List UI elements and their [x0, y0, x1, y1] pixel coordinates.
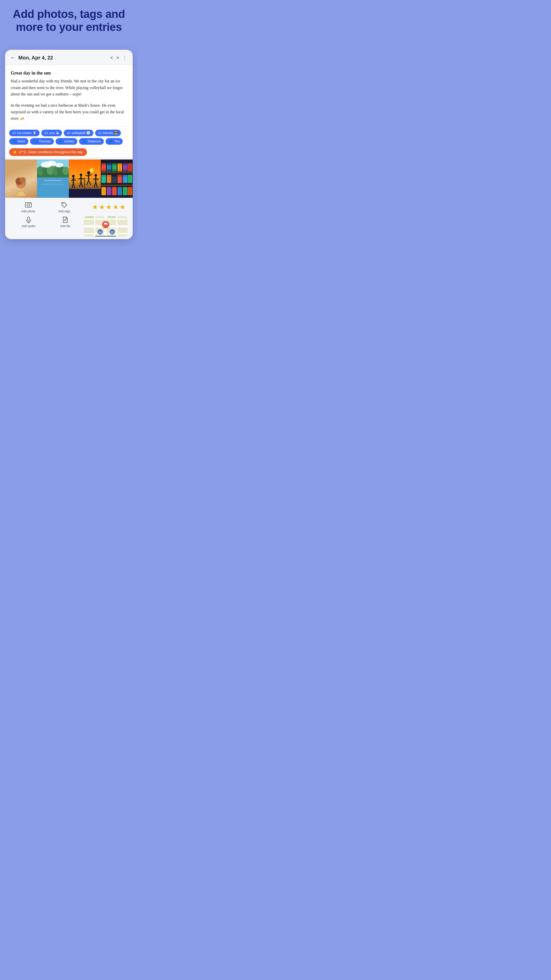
- more-button[interactable]: ⋮: [122, 55, 127, 61]
- tag-icecream[interactable]: 🏷 ice cream 🍦: [9, 130, 40, 136]
- star-5[interactable]: ★: [120, 203, 125, 211]
- tag-label: Thomas: [39, 139, 51, 143]
- tag-icon: 🏷: [12, 131, 16, 135]
- svg-rect-56: [102, 169, 106, 172]
- headline-text: Add photos, tags and more to your entrie…: [13, 8, 125, 33]
- svg-marker-3: [17, 187, 25, 196]
- svg-point-2: [20, 177, 26, 183]
- entry-card: ← Mon, Apr 4, 22 < > ⋮ Great day in the …: [5, 50, 133, 239]
- svg-rect-55: [102, 163, 106, 165]
- svg-point-21: [56, 163, 64, 167]
- star-4[interactable]: ★: [113, 203, 119, 211]
- tag-sun[interactable]: 🏷 sun 🌤: [41, 130, 62, 136]
- tag-friends[interactable]: 🏷 friends 😎: [95, 130, 121, 136]
- tag-rebecca[interactable]: 👤 Rebecca: [79, 138, 104, 145]
- headline-line2: more to your entries: [16, 21, 122, 33]
- photo-1[interactable]: [5, 159, 37, 198]
- tag-icon: 🏷: [44, 131, 48, 135]
- svg-rect-112: [95, 236, 117, 237]
- svg-rect-83: [112, 187, 117, 195]
- add-file-button[interactable]: Add file: [47, 216, 84, 228]
- tag-label: Tim: [114, 139, 120, 143]
- photo-2[interactable]: [37, 159, 69, 198]
- tag-label: Rebecca: [88, 139, 101, 143]
- tag-label: Mark: [18, 139, 25, 143]
- svg-rect-53: [101, 185, 133, 186]
- entry-title: Great day in the sun: [11, 70, 127, 76]
- svg-rect-80: [128, 175, 132, 183]
- person-icon: 👤: [109, 139, 113, 143]
- card-header: ← Mon, Apr 4, 22 < > ⋮: [5, 50, 133, 65]
- entry-paragraph1: Had a wonderful day with my friends. We …: [11, 78, 127, 97]
- svg-rect-103: [86, 216, 94, 218]
- svg-point-16: [62, 167, 69, 175]
- tags-row: 🏷 ice cream 🍦 🏷 sun 🌤 🏷 volleyball 🏐 🏷 f…: [9, 127, 129, 147]
- svg-rect-85: [123, 187, 127, 195]
- svg-point-88: [27, 204, 30, 206]
- weather-bar: ☀️ 27°C, Clear conditions throughout the…: [9, 148, 87, 156]
- svg-rect-104: [107, 216, 116, 218]
- weather-text: 27°C, Clear conditions throughout the da…: [19, 150, 83, 154]
- svg-point-50: [90, 168, 94, 172]
- add-photo-label: Add photo: [21, 210, 35, 213]
- svg-rect-79: [123, 175, 127, 177]
- tag-tim[interactable]: 👤 Tim: [106, 138, 123, 145]
- svg-rect-18: [41, 184, 65, 185]
- prev-button[interactable]: <: [110, 55, 113, 61]
- svg-rect-86: [128, 187, 132, 195]
- svg-rect-82: [107, 187, 111, 195]
- person-icon: 👤: [12, 139, 17, 143]
- svg-rect-17: [44, 180, 62, 181]
- svg-rect-77: [118, 175, 122, 177]
- tag-volleyball[interactable]: 🏷 volleyball 🏐: [64, 130, 94, 136]
- svg-rect-24: [84, 177, 85, 190]
- tag-label: sun 🌤: [49, 131, 59, 135]
- svg-rect-68: [123, 169, 127, 172]
- person-icon: 👤: [59, 139, 63, 143]
- svg-point-32: [80, 173, 83, 176]
- svg-rect-73: [107, 175, 111, 177]
- next-button[interactable]: >: [116, 55, 119, 61]
- svg-rect-52: [101, 172, 133, 173]
- svg-point-20: [47, 161, 56, 166]
- add-tags-label: Add tags: [58, 210, 70, 213]
- tag-icon: 🏷: [67, 131, 70, 135]
- add-tags-button[interactable]: Add tags: [46, 201, 82, 213]
- tag-label: volleyball 🏐: [72, 131, 90, 135]
- photo-3[interactable]: [69, 159, 101, 198]
- tag-label: ice cream 🍦: [17, 131, 37, 135]
- svg-rect-62: [112, 169, 117, 172]
- svg-rect-61: [112, 163, 117, 165]
- add-photo-button[interactable]: Add photo: [10, 201, 46, 213]
- volleyball-svg: [69, 159, 101, 198]
- entry-paragraph2: In the evening we had a nice barbecue at…: [11, 102, 127, 122]
- svg-text:22: 22: [111, 231, 114, 234]
- svg-rect-71: [102, 175, 106, 177]
- add-audio-button[interactable]: Add audio: [10, 216, 47, 228]
- svg-rect-91: [27, 217, 30, 221]
- svg-point-44: [95, 174, 97, 177]
- map-svg: 54 22 Chandler: [84, 216, 128, 237]
- svg-point-90: [62, 203, 64, 204]
- tag-label: Ashley: [64, 139, 74, 143]
- star-2[interactable]: ★: [99, 203, 105, 211]
- tags-section: 🏷 ice cream 🍦 🏷 sun 🌤 🏷 volleyball 🏐 🏷 f…: [5, 127, 133, 158]
- svg-point-89: [30, 203, 30, 204]
- file-icon: [62, 216, 69, 223]
- photo-icon: [25, 201, 32, 208]
- ice-cream-svg: [14, 176, 28, 197]
- photo-4[interactable]: [101, 159, 133, 198]
- tag-thomas[interactable]: 👤 Thomas: [30, 138, 54, 145]
- weather-icon: ☀️: [13, 150, 17, 154]
- mic-icon: [25, 216, 32, 223]
- star-1[interactable]: ★: [92, 203, 98, 211]
- back-button[interactable]: ←: [10, 54, 18, 61]
- entry-date: Mon, Apr 4, 22: [18, 55, 110, 61]
- map-thumbnail[interactable]: 54 22 Chandler: [84, 216, 128, 237]
- tag-mark[interactable]: 👤 Mark: [9, 138, 28, 145]
- svg-rect-67: [123, 163, 127, 165]
- star-3[interactable]: ★: [106, 203, 112, 211]
- stars-rating[interactable]: ★ ★ ★ ★ ★: [83, 203, 128, 211]
- svg-rect-23: [69, 189, 101, 198]
- tag-ashley[interactable]: 👤 Ashley: [56, 138, 77, 145]
